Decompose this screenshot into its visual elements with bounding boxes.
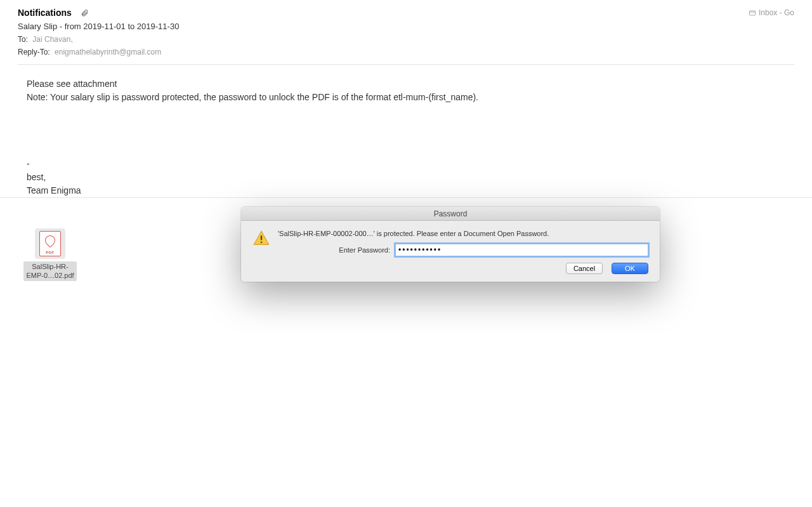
folder-icon xyxy=(749,9,756,16)
cancel-button[interactable]: Cancel xyxy=(566,263,603,274)
attachment-filename: SalSlip-HR- EMP-0…02.pdf xyxy=(23,261,76,281)
attachment-pdf[interactable]: PDF SalSlip-HR- EMP-0…02.pdf xyxy=(22,228,79,281)
pdf-thumbnail: PDF xyxy=(35,228,65,259)
pdf-badge: PDF xyxy=(46,251,55,254)
paperclip-icon xyxy=(81,9,89,17)
email-body: Please see attachment Note: Your salary … xyxy=(0,65,812,197)
svg-rect-1 xyxy=(261,235,262,240)
signature-dash: - xyxy=(27,157,794,171)
password-label: Enter Password: xyxy=(278,246,390,254)
folder-path: Inbox - Go xyxy=(759,8,794,17)
to-value: Jai Chavan, xyxy=(32,35,72,44)
password-dialog: Password 'SalSlip-HR-EMP-00002-000…' is … xyxy=(241,207,660,282)
body-line: Note: Your salary slip is password prote… xyxy=(27,91,794,104)
reply-to-label: Reply-To: xyxy=(18,48,50,56)
signature-line: Team Enigma xyxy=(27,184,794,197)
email-subject: Salary Slip - from 2019-11-01 to 2019-11… xyxy=(18,22,794,31)
svg-rect-2 xyxy=(261,242,262,243)
dialog-titlebar[interactable]: Password xyxy=(241,207,660,221)
dialog-message: 'SalSlip-HR-EMP-00002-000…' is protected… xyxy=(278,230,648,237)
to-label: To: xyxy=(18,35,28,44)
body-line: Please see attachment xyxy=(27,77,794,91)
password-input[interactable] xyxy=(395,244,648,256)
warning-icon xyxy=(252,230,270,247)
signature-line: best, xyxy=(27,171,794,184)
svg-rect-0 xyxy=(749,11,755,15)
sender-name: Notifications xyxy=(18,8,72,18)
ok-button[interactable]: OK xyxy=(612,263,648,274)
reply-to-value: enigmathelabyrinth@gmail.com xyxy=(55,48,161,56)
folder-breadcrumb: Inbox - Go xyxy=(749,8,794,17)
